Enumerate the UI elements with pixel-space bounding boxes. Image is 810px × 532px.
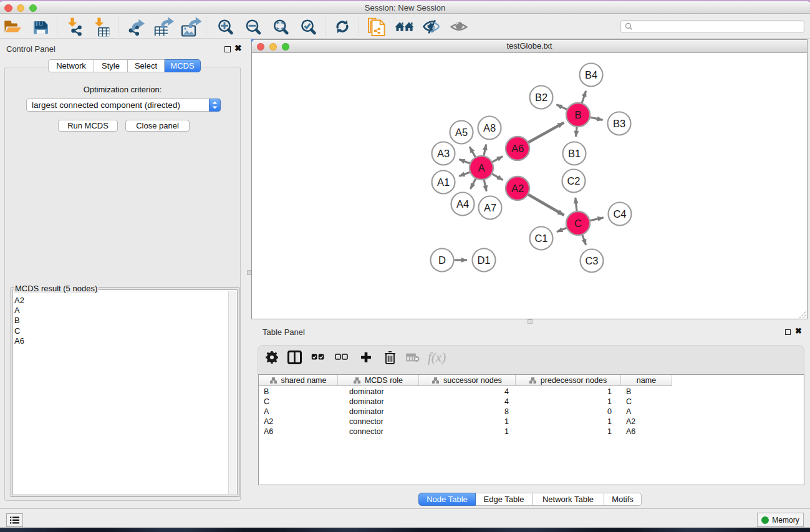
svg-text:C4: C4 bbox=[613, 208, 626, 220]
svg-text:B4: B4 bbox=[585, 69, 597, 80]
svg-text:A7: A7 bbox=[484, 202, 496, 213]
svg-text:C3: C3 bbox=[585, 255, 598, 266]
svg-text:A: A bbox=[478, 162, 485, 173]
svg-text:A2: A2 bbox=[511, 183, 524, 194]
svg-text:B3: B3 bbox=[613, 118, 625, 129]
svg-text:D: D bbox=[438, 254, 446, 266]
svg-text:A5: A5 bbox=[455, 127, 468, 138]
svg-text:A8: A8 bbox=[483, 122, 496, 133]
svg-text:B2: B2 bbox=[535, 92, 547, 103]
svg-text:C: C bbox=[574, 218, 582, 229]
svg-text:C1: C1 bbox=[534, 233, 547, 244]
svg-text:D1: D1 bbox=[477, 254, 490, 266]
svg-text:C2: C2 bbox=[567, 175, 580, 186]
svg-text:A4: A4 bbox=[456, 198, 469, 210]
svg-text:A3: A3 bbox=[437, 148, 450, 159]
svg-text:B1: B1 bbox=[568, 148, 581, 159]
svg-text:A6: A6 bbox=[511, 143, 524, 154]
svg-text:A1: A1 bbox=[437, 177, 450, 188]
svg-text:B: B bbox=[574, 109, 581, 120]
